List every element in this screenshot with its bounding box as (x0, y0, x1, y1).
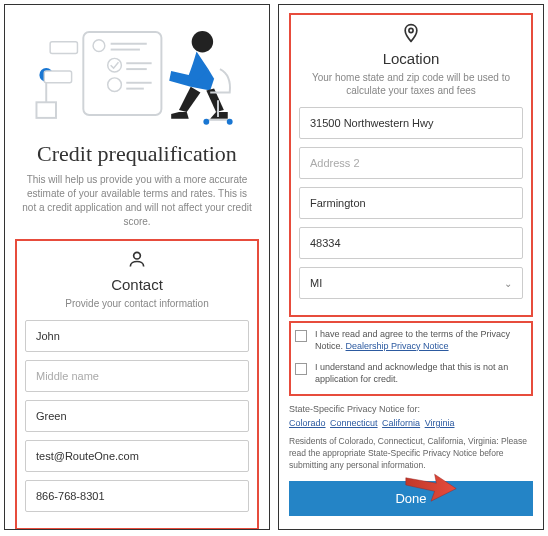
credit-checkbox[interactable] (295, 363, 307, 375)
state-select[interactable]: MI ⌄ (299, 267, 523, 299)
location-section-highlight: Location Your home state and zip code wi… (289, 13, 533, 317)
contact-title: Contact (25, 276, 249, 293)
email-field[interactable]: test@RouteOne.com (25, 440, 249, 472)
state-link-connecticut[interactable]: Connecticut (330, 418, 378, 428)
state-link-colorado[interactable]: Colorado (289, 418, 326, 428)
privacy-consent-row: I have read and agree to the terms of th… (295, 329, 527, 352)
first-name-field[interactable]: John (25, 320, 249, 352)
state-links: Colorado Connecticut California Virginia (289, 418, 533, 428)
credit-consent-text: I understand and acknowledge that this i… (315, 362, 527, 385)
middle-name-field[interactable]: Middle name (25, 360, 249, 392)
svg-rect-10 (36, 102, 56, 118)
state-link-virginia[interactable]: Virginia (425, 418, 455, 428)
person-icon (25, 249, 249, 274)
svg-point-18 (203, 119, 209, 125)
svg-point-15 (192, 31, 213, 52)
svg-rect-14 (44, 71, 71, 83)
address2-field[interactable]: Address 2 (299, 147, 523, 179)
contact-subtitle: Provide your contact information (25, 297, 249, 310)
state-notice-label: State-Specific Privacy Notice for: (289, 404, 533, 414)
last-name-field[interactable]: Green (25, 400, 249, 432)
privacy-checkbox[interactable] (295, 330, 307, 342)
contact-section-highlight: Contact Provide your contact information… (15, 239, 259, 530)
address1-field[interactable]: 31500 Northwestern Hwy (299, 107, 523, 139)
page-heading: Credit prequalification (15, 141, 259, 167)
left-panel: Credit prequalification This will help u… (4, 4, 270, 530)
svg-point-21 (409, 28, 413, 32)
location-title: Location (299, 50, 523, 67)
city-field[interactable]: Farmington (299, 187, 523, 219)
consent-section-highlight: I have read and agree to the terms of th… (289, 321, 533, 396)
dealership-privacy-link[interactable]: Dealership Privacy Notice (346, 341, 449, 351)
hero-illustration (15, 13, 259, 133)
state-link-california[interactable]: California (382, 418, 420, 428)
zip-field[interactable]: 48334 (299, 227, 523, 259)
right-panel: Location Your home state and zip code wi… (278, 4, 544, 530)
chevron-down-icon: ⌄ (504, 278, 512, 289)
svg-point-19 (227, 119, 233, 125)
location-subtitle: Your home state and zip code will be use… (299, 71, 523, 97)
page-subtext: This will help us provide you with a mor… (15, 173, 259, 229)
state-value: MI (310, 277, 322, 289)
location-pin-icon (299, 23, 523, 48)
svg-point-20 (134, 252, 141, 259)
svg-rect-13 (50, 42, 77, 54)
privacy-consent-text: I have read and agree to the terms of th… (315, 329, 527, 352)
phone-field[interactable]: 866-768-8301 (25, 480, 249, 512)
credit-consent-row: I understand and acknowledge that this i… (295, 362, 527, 385)
callout-arrow-icon (403, 467, 459, 507)
